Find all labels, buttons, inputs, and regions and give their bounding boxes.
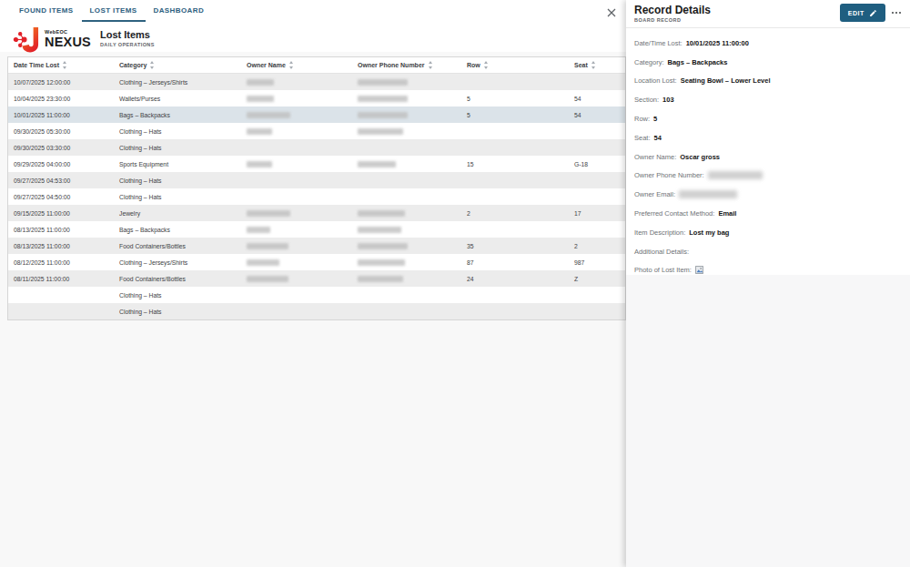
table-cell — [241, 238, 352, 254]
redacted-text — [247, 210, 290, 217]
table-row[interactable]: 10/07/2025 12:00:00Clothing – Jerseys/Sh… — [8, 74, 625, 90]
table-cell: Wallets/Purses — [114, 90, 241, 106]
sort-icon — [428, 61, 434, 69]
table-cell: Z — [569, 270, 625, 287]
table-cell: 54 — [569, 90, 625, 106]
table-cell — [569, 188, 625, 205]
column-header-owner-name[interactable]: Owner Name — [241, 57, 352, 73]
table-cell — [241, 254, 352, 270]
redacted-text — [247, 79, 274, 86]
tab-found-items[interactable]: FOUND ITEMS — [11, 0, 82, 22]
table-cell: 2 — [461, 205, 569, 221]
field-value: Oscar gross — [680, 153, 720, 161]
detail-field-category: Category:Bags – Backpacks — [634, 53, 910, 72]
column-label: Row — [467, 62, 480, 68]
table-cell — [352, 254, 461, 270]
table-cell: G-18 — [569, 156, 625, 172]
field-value: Bags – Backpacks — [668, 58, 728, 66]
redacted-text — [358, 227, 401, 233]
table-cell: Bags – Backpacks — [114, 106, 241, 123]
table-row[interactable]: 08/11/2025 11:00:00Food Containers/Bottl… — [8, 270, 625, 287]
field-value: Seating Bowl – Lower Level — [681, 76, 771, 85]
details-subtitle: BOARD RECORD — [634, 17, 682, 23]
detail-field-owner-phone-number: Owner Phone Number: — [634, 167, 910, 186]
table-row[interactable]: 09/27/2025 04:50:00Clothing – Hats — [8, 188, 625, 205]
sort-icon — [149, 61, 156, 69]
table-cell: 08/11/2025 11:00:00 — [8, 270, 114, 287]
details-panel-header: Record Details BOARD RECORD EDIT — [626, 0, 910, 28]
table-cell — [8, 303, 114, 319]
table-cell: Clothing – Jerseys/Shirts — [114, 254, 241, 270]
board-list-region: FOUND ITEMSLOST ITEMSDASHBOARD — [0, 0, 626, 567]
table-row[interactable]: 08/13/2025 11:00:00Bags – Backpacks — [8, 221, 625, 238]
redacted-text — [358, 161, 396, 167]
table-cell: 10/07/2025 12:00:00 — [8, 74, 114, 90]
table-row[interactable]: 08/12/2025 11:00:00Clothing – Jerseys/Sh… — [8, 254, 625, 270]
close-details-icon[interactable] — [604, 5, 619, 20]
sort-icon — [483, 61, 490, 69]
redacted-text — [679, 190, 737, 198]
table-cell: Sports Equipment — [114, 156, 241, 172]
column-label: Category — [119, 62, 147, 68]
table-cell: 15 — [461, 156, 569, 172]
redacted-text — [358, 96, 408, 102]
table-row[interactable]: Clothing – Hats — [8, 287, 625, 303]
table-cell — [569, 172, 625, 188]
table-row[interactable]: 09/30/2025 03:30:00Clothing – Hats — [8, 139, 625, 156]
table-cell — [352, 90, 461, 106]
page-bottom-strip — [0, 567, 910, 588]
table-body: 10/07/2025 12:00:00Clothing – Jerseys/Sh… — [8, 74, 625, 319]
column-header-category[interactable]: Category — [114, 57, 241, 73]
tab-lost-items[interactable]: LOST ITEMS — [82, 0, 146, 22]
redacted-text — [247, 276, 288, 282]
table-cell: 09/27/2025 04:50:00 — [8, 188, 114, 205]
table-row[interactable]: 09/30/2025 05:30:00Clothing – Hats — [8, 123, 625, 139]
table-cell — [461, 172, 569, 188]
board-title-block: Lost Items DAILY OPERATIONS — [100, 30, 155, 48]
column-header-seat[interactable]: Seat — [569, 57, 625, 73]
column-header-owner-phone-number[interactable]: Owner Phone Number — [352, 57, 461, 73]
column-header-row[interactable]: Row — [461, 57, 569, 73]
detail-field-seat: Seat:54 — [634, 128, 910, 147]
table-cell: Food Containers/Bottles — [114, 238, 241, 254]
field-value: 54 — [654, 134, 662, 142]
table-cell — [352, 74, 461, 90]
field-label: Section: — [634, 96, 659, 104]
app-window: FOUND ITEMSLOST ITEMSDASHBOARD — [0, 0, 910, 588]
table-cell: 17 — [569, 205, 625, 221]
detail-field-date-time-lost: Date/Time Lost:10/01/2025 11:00:00 — [634, 34, 910, 53]
table-row[interactable]: Clothing – Hats — [8, 303, 625, 319]
table-cell — [241, 188, 352, 205]
table-cell: Clothing – Hats — [114, 172, 241, 188]
table-row[interactable]: 08/13/2025 11:00:00Food Containers/Bottl… — [8, 238, 625, 254]
table-row[interactable]: 10/04/2025 23:30:00Wallets/Purses554 — [8, 90, 625, 106]
field-label: Seat: — [634, 134, 651, 142]
redacted-text — [247, 96, 274, 102]
more-options-icon[interactable] — [890, 8, 903, 17]
edit-button[interactable]: EDIT — [840, 4, 885, 22]
tab-dashboard[interactable]: DASHBOARD — [146, 0, 213, 22]
table-row[interactable]: 10/01/2025 11:00:00Bags – Backpacks554 — [8, 106, 625, 123]
field-value: 103 — [662, 96, 674, 104]
redacted-text — [358, 79, 408, 86]
table-row[interactable]: 09/29/2025 04:00:00Sports Equipment15G-1… — [8, 156, 625, 172]
table-cell — [241, 270, 352, 287]
table-cell — [241, 205, 352, 221]
board-subtitle: DAILY OPERATIONS — [100, 43, 155, 48]
column-header-date-time-lost[interactable]: Date Time Lost — [8, 57, 114, 73]
table-cell — [352, 139, 461, 156]
table-cell: Bags – Backpacks — [114, 221, 241, 238]
detail-field-row: Row:5 — [634, 109, 910, 128]
table-cell — [352, 123, 461, 139]
table-cell — [241, 156, 352, 172]
table-row[interactable]: 09/15/2025 11:00:00Jewelry217 — [8, 205, 625, 221]
table-cell: 5 — [461, 106, 569, 123]
table-row[interactable]: 09/27/2025 04:53:00Clothing – Hats — [8, 172, 625, 188]
table-cell — [352, 221, 461, 238]
redacted-text — [358, 112, 408, 118]
table-cell: 87 — [461, 254, 569, 270]
table-cell: 35 — [461, 238, 569, 254]
redacted-text — [358, 259, 405, 266]
photo-thumbnail-icon[interactable] — [695, 266, 703, 274]
column-label: Owner Phone Number — [358, 62, 425, 68]
